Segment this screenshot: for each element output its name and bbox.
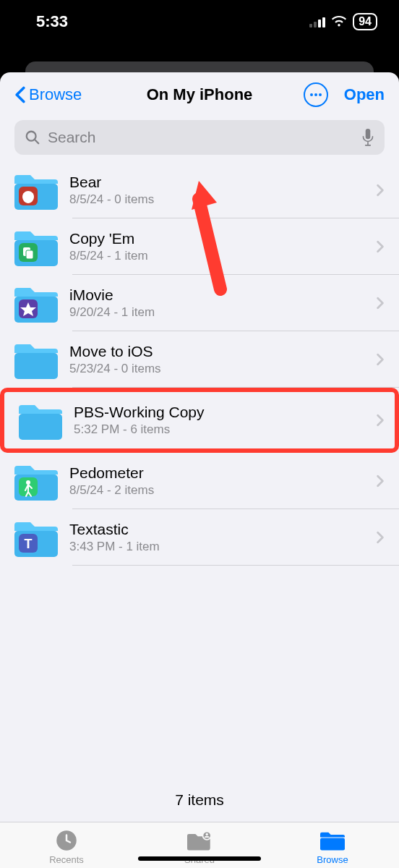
search-icon <box>25 129 40 145</box>
folder-row[interactable]: PBS-Working Copy 5:32 PM - 6 items <box>19 392 395 448</box>
svg-line-4 <box>35 140 39 144</box>
svg-rect-15 <box>14 353 58 379</box>
svg-rect-26 <box>320 838 345 851</box>
status-time: 5:33 <box>36 12 68 31</box>
battery-icon: 94 <box>353 13 377 30</box>
folder-icon <box>14 226 58 268</box>
back-button[interactable]: Browse <box>14 85 82 104</box>
svg-rect-5 <box>366 129 371 139</box>
folder-icon: T <box>14 516 58 558</box>
folder-name: iMovie <box>69 286 364 304</box>
folder-subtitle: 8/5/24 - 1 item <box>69 249 364 263</box>
chevron-right-icon <box>376 297 385 310</box>
clock-icon <box>54 830 79 851</box>
cellular-icon <box>309 16 325 27</box>
chevron-right-icon <box>376 184 385 197</box>
back-label: Browse <box>29 85 82 104</box>
home-indicator[interactable] <box>138 856 261 861</box>
chevron-right-icon <box>376 531 385 544</box>
folder-row[interactable]: Copy 'Em 8/5/24 - 1 item <box>14 218 399 275</box>
folder-subtitle: 5:32 PM - 6 items <box>74 422 364 437</box>
folder-row[interactable]: Bear 8/5/24 - 0 items <box>14 162 399 218</box>
folder-subtitle: 8/5/24 - 2 items <box>69 483 364 498</box>
svg-rect-16 <box>19 414 62 440</box>
open-button[interactable]: Open <box>344 85 385 104</box>
chevron-right-icon <box>376 475 385 488</box>
svg-rect-11 <box>26 250 33 259</box>
status-indicators: 94 <box>309 13 377 30</box>
folder-icon <box>14 460 58 502</box>
tab-browse[interactable]: Browse <box>296 830 369 865</box>
folder-icon <box>14 282 58 324</box>
tab-bar: Recents Shared Browse <box>0 822 399 868</box>
more-menu-button[interactable] <box>304 82 328 107</box>
tab-recents[interactable]: Recents <box>30 830 103 865</box>
folder-icon <box>320 830 345 851</box>
svg-point-0 <box>310 93 313 96</box>
chevron-right-icon <box>376 353 385 366</box>
folder-name: PBS-Working Copy <box>74 404 364 421</box>
microphone-icon[interactable] <box>361 129 374 146</box>
svg-point-2 <box>319 93 322 96</box>
folder-icon <box>14 339 58 380</box>
chevron-left-icon <box>14 86 26 103</box>
folder-row[interactable]: Move to iOS 5/23/24 - 0 items <box>14 331 399 388</box>
folder-name: Copy 'Em <box>69 230 364 247</box>
chevron-right-icon <box>376 240 385 253</box>
wifi-icon <box>331 16 347 27</box>
folder-name: Move to iOS <box>69 343 364 360</box>
folder-row[interactable]: iMovie 9/20/24 - 1 item <box>14 275 399 331</box>
folder-subtitle: 8/5/24 - 0 items <box>69 192 364 207</box>
folder-icon <box>14 169 58 211</box>
folder-name: Pedometer <box>69 464 364 482</box>
svg-text:T: T <box>25 537 33 551</box>
item-count: 7 items <box>0 778 399 822</box>
folder-subtitle: 5/23/24 - 0 items <box>69 362 364 376</box>
svg-point-25 <box>206 833 208 835</box>
folder-row[interactable]: T Textastic 3:43 PM - 1 item <box>14 509 399 566</box>
svg-point-1 <box>314 93 317 96</box>
folder-name: Bear <box>69 174 364 191</box>
folder-icon <box>19 399 62 441</box>
folder-subtitle: 9/20/24 - 1 item <box>69 305 364 320</box>
search-input[interactable] <box>48 129 354 146</box>
chevron-right-icon <box>376 414 385 427</box>
navigation-bar: Browse On My iPhone Open <box>0 72 399 117</box>
files-sheet: Browse On My iPhone Open Bear 8/5/24 - 0… <box>0 72 399 868</box>
status-bar: 5:33 94 <box>0 0 399 43</box>
search-bar[interactable] <box>14 120 385 155</box>
folder-subtitle: 3:43 PM - 1 item <box>69 540 364 554</box>
ellipsis-icon <box>309 93 322 97</box>
folder-list[interactable]: Bear 8/5/24 - 0 items Copy 'Em 8/5/24 - … <box>0 162 399 778</box>
folder-name: Textastic <box>69 521 364 538</box>
page-title: On My iPhone <box>147 85 253 104</box>
folder-row[interactable]: Pedometer 8/5/24 - 2 items <box>14 453 399 509</box>
shared-folder-icon <box>187 830 212 851</box>
